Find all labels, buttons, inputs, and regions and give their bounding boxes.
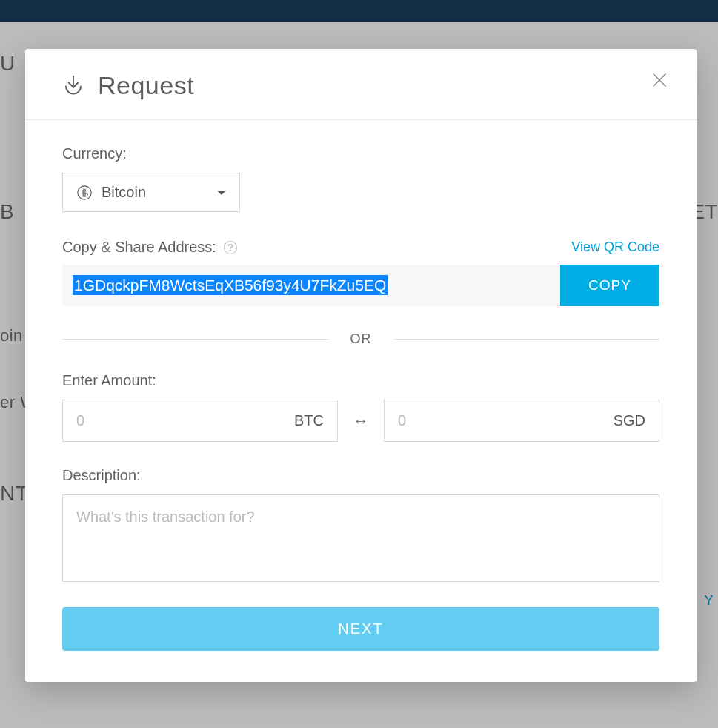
modal-overlay[interactable]: Request Currency: xyxy=(0,22,718,728)
modal-header: Request xyxy=(25,49,697,120)
address-value: 1GDqckpFM8WctsEqXB56f93y4U7FkZu5EQ xyxy=(73,275,388,295)
currency-label: Currency: xyxy=(62,145,659,162)
description-input[interactable] xyxy=(62,494,659,582)
description-section: Description: xyxy=(62,467,659,585)
currency-select[interactable]: Bitcoin xyxy=(62,173,240,212)
amount-btc-unit: BTC xyxy=(294,412,324,429)
amount-row: BTC ↔ SGD xyxy=(62,400,659,442)
view-qr-link[interactable]: View QR Code xyxy=(571,239,659,255)
divider-line xyxy=(62,339,328,340)
description-label: Description: xyxy=(62,467,659,484)
chevron-down-icon xyxy=(217,191,226,195)
svg-point-2 xyxy=(78,185,91,199)
address-label-wrap: Copy & Share Address: ? xyxy=(62,239,237,256)
amount-btc-input[interactable] xyxy=(76,412,250,429)
amount-fiat-input[interactable] xyxy=(398,412,571,429)
modal-title: Request xyxy=(98,71,194,100)
currency-name: Bitcoin xyxy=(102,184,146,201)
swap-icon[interactable]: ↔ xyxy=(353,411,369,431)
amount-label: Enter Amount: xyxy=(62,372,659,389)
request-icon xyxy=(62,73,84,99)
next-button[interactable]: NEXT xyxy=(62,607,659,651)
or-text: OR xyxy=(350,331,372,347)
currency-select-value: Bitcoin xyxy=(76,184,146,201)
address-value-box[interactable]: 1GDqckpFM8WctsEqXB56f93y4U7FkZu5EQ xyxy=(62,265,560,306)
or-divider: OR xyxy=(62,331,659,347)
bitcoin-icon xyxy=(76,185,93,201)
modal-body: Currency: Bitcoin xyxy=(25,120,697,682)
address-header-row: Copy & Share Address: ? View QR Code xyxy=(62,239,659,256)
address-label: Copy & Share Address: xyxy=(62,239,216,256)
copy-button[interactable]: COPY xyxy=(560,265,659,306)
close-button[interactable] xyxy=(651,71,668,89)
amount-fiat-field[interactable]: SGD xyxy=(384,400,659,442)
request-modal: Request Currency: xyxy=(25,49,697,682)
help-icon[interactable]: ? xyxy=(224,241,237,254)
amount-btc-field[interactable]: BTC xyxy=(62,400,338,442)
amount-section: Enter Amount: BTC ↔ SGD xyxy=(62,372,659,442)
divider-line xyxy=(394,339,660,340)
amount-fiat-unit: SGD xyxy=(614,412,645,429)
currency-section: Currency: Bitcoin xyxy=(62,145,659,212)
address-row: 1GDqckpFM8WctsEqXB56f93y4U7FkZu5EQ COPY xyxy=(62,265,659,306)
top-bar xyxy=(0,0,718,22)
